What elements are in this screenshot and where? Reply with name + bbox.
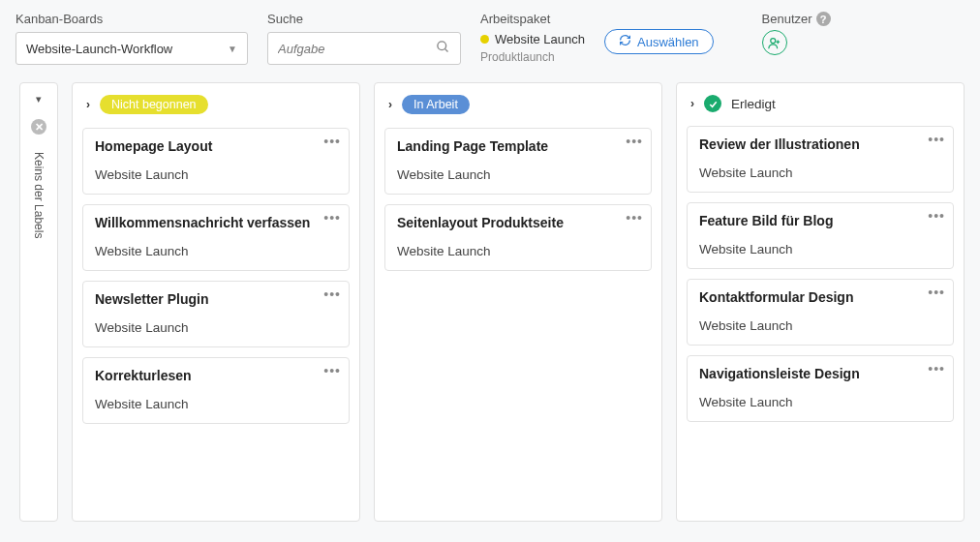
card-menu-icon[interactable]: ••• — [928, 133, 945, 146]
refresh-icon — [619, 34, 631, 49]
user-group: Benutzer ? — [762, 12, 831, 55]
column-status-pill: In Arbeit — [402, 95, 470, 114]
kanban-card[interactable]: •••Feature Bild für BlogWebsite Launch — [687, 202, 954, 269]
card-project: Website Launch — [699, 166, 941, 180]
side-rail: ▾ ✕ Keins der Labels — [19, 82, 58, 522]
column-header: ›Erledigt — [687, 93, 954, 116]
chevron-right-icon[interactable]: › — [690, 97, 694, 110]
kanban-card[interactable]: •••Review der IllustrationenWebsite Laun… — [687, 126, 954, 193]
board-select-value: Website-Launch-Workflow — [26, 42, 172, 56]
card-project: Website Launch — [699, 242, 941, 256]
kanban-card[interactable]: •••Newsletter PluginWebsite Launch — [82, 281, 350, 347]
card-menu-icon[interactable]: ••• — [323, 287, 341, 301]
card-menu-icon[interactable]: ••• — [626, 135, 643, 148]
card-project: Website Launch — [397, 167, 639, 182]
card-menu-icon[interactable]: ••• — [323, 211, 341, 225]
card-project: Website Launch — [95, 397, 337, 411]
card-title: Korrekturlesen — [95, 368, 337, 383]
card-title: Navigationsleiste Design — [699, 366, 941, 381]
kanban-card[interactable]: •••Homepage LayoutWebsite Launch — [82, 128, 350, 195]
kanban-card[interactable]: •••Landing Page TemplateWebsite Launch — [384, 128, 652, 195]
card-title: Landing Page Template — [397, 138, 639, 154]
card-menu-icon[interactable]: ••• — [928, 362, 945, 376]
card-title: Review der Illustrationen — [699, 136, 941, 152]
kanban-card[interactable]: •••Navigationsleiste DesignWebsite Launc… — [687, 355, 954, 422]
card-project: Website Launch — [95, 320, 337, 335]
boards-group: Kanban-Boards Website-Launch-Workflow ▼ — [15, 12, 248, 65]
arbeitspaket-title-row: Website Launch — [480, 32, 585, 46]
kanban-column: ›In Arbeit•••Landing Page TemplateWebsit… — [374, 82, 662, 522]
board-select[interactable]: Website-Launch-Workflow ▼ — [15, 32, 248, 65]
boards-label: Kanban-Boards — [15, 12, 248, 26]
card-title: Newsletter Plugin — [95, 291, 337, 307]
card-project: Website Launch — [95, 244, 337, 258]
kanban-card[interactable]: •••Seitenlayout ProduktseiteWebsite Laun… — [384, 204, 652, 271]
card-title: Seitenlayout Produktseite — [397, 215, 639, 230]
card-title: Willkommensnachricht verfassen — [95, 215, 337, 230]
column-header: ›In Arbeit — [384, 93, 652, 118]
card-project: Website Launch — [699, 395, 941, 409]
arbeitspaket-subtitle: Produktlaunch — [480, 50, 585, 64]
search-box[interactable] — [267, 32, 461, 65]
card-menu-icon[interactable]: ••• — [626, 211, 643, 225]
check-circle-icon — [704, 95, 721, 112]
search-group: Suche — [267, 12, 461, 65]
user-label: Benutzer — [762, 12, 812, 26]
card-menu-icon[interactable]: ••• — [323, 364, 341, 377]
card-project: Website Launch — [95, 167, 337, 182]
card-project: Website Launch — [397, 244, 639, 258]
arbeitspaket-group: Arbeitspaket Website Launch Produktlaunc… — [480, 12, 585, 64]
svg-line-1 — [444, 48, 447, 51]
card-menu-icon[interactable]: ••• — [323, 135, 341, 148]
card-title: Feature Bild für Blog — [699, 213, 941, 228]
chevron-right-icon[interactable]: › — [388, 98, 392, 111]
status-dot-icon — [480, 35, 489, 44]
search-icon[interactable] — [436, 40, 450, 57]
caret-down-icon: ▼ — [228, 44, 237, 54]
card-title: Homepage Layout — [95, 138, 337, 154]
card-menu-icon[interactable]: ••• — [928, 286, 945, 299]
column-status-label: Erledigt — [731, 97, 776, 111]
chevron-right-icon[interactable]: › — [86, 98, 90, 111]
kanban-card[interactable]: •••Willkommensnachricht verfassenWebsite… — [82, 204, 350, 271]
column-status-pill: Nicht begonnen — [100, 95, 208, 114]
card-title: Kontaktformular Design — [699, 289, 941, 305]
kanban-board: ▾ ✕ Keins der Labels ›Nicht begonnen•••H… — [0, 73, 980, 537]
kanban-column: ›Nicht begonnen•••Homepage LayoutWebsite… — [72, 82, 360, 522]
card-project: Website Launch — [699, 318, 941, 333]
search-label: Suche — [267, 12, 461, 26]
svg-point-2 — [771, 38, 776, 43]
clear-filter-icon[interactable]: ✕ — [31, 119, 46, 135]
arbeitspaket-title: Website Launch — [495, 32, 585, 46]
kanban-column: ›Erledigt•••Review der IllustrationenWeb… — [676, 82, 965, 522]
user-label-row: Benutzer ? — [762, 12, 831, 26]
arbeitspaket-label: Arbeitspaket — [480, 12, 585, 26]
select-button[interactable]: Auswählen — [604, 29, 714, 54]
kanban-card[interactable]: •••KorrekturlesenWebsite Launch — [82, 357, 350, 424]
add-user-button[interactable] — [762, 30, 787, 55]
search-input[interactable] — [278, 42, 413, 56]
kanban-card[interactable]: •••Kontaktformular DesignWebsite Launch — [687, 279, 954, 346]
column-header: ›Nicht begonnen — [82, 93, 350, 118]
header-bar: Kanban-Boards Website-Launch-Workflow ▼ … — [0, 0, 980, 73]
svg-point-0 — [438, 42, 446, 50]
help-icon[interactable]: ? — [816, 12, 831, 26]
collapse-icon[interactable]: ▾ — [36, 93, 42, 105]
side-rail-label: Keins der Labels — [32, 152, 46, 238]
select-button-label: Auswählen — [637, 35, 699, 49]
card-menu-icon[interactable]: ••• — [928, 209, 945, 223]
